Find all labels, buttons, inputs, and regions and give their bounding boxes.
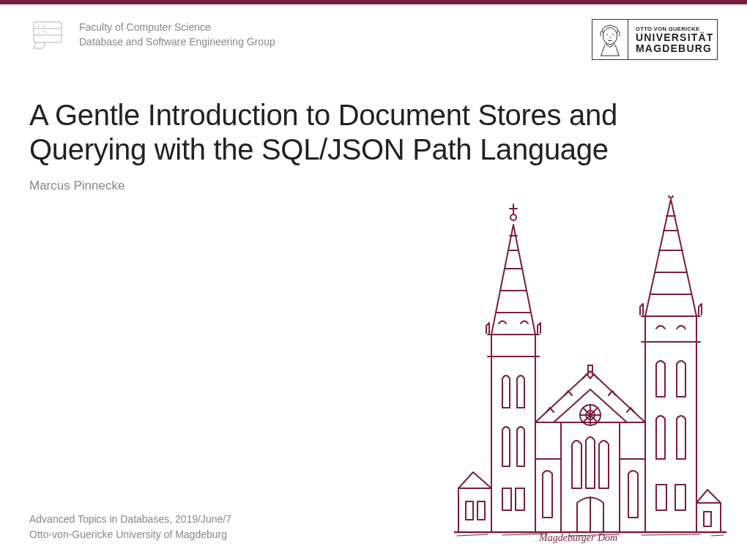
uni-logo-line2: UNIVERSITÄT: [636, 32, 714, 43]
dbse-logo-icon: D B S E: [29, 19, 67, 51]
author-name: Marcus Pinnecke: [29, 179, 718, 193]
svg-point-10: [669, 195, 673, 198]
svg-text:S E: S E: [37, 29, 45, 34]
header: D B S E Faculty of Computer Science Data…: [0, 4, 747, 60]
footer-university: Otto-von-Guericke University of Magdebur…: [29, 527, 231, 542]
group-label: Database and Software Engineering Group: [79, 35, 580, 50]
svg-rect-8: [502, 488, 511, 510]
svg-point-7: [510, 214, 516, 220]
header-text: Faculty of Computer Science Database and…: [79, 19, 580, 49]
svg-point-5: [47, 31, 48, 33]
faculty-label: Faculty of Computer Science: [79, 20, 580, 35]
footer-course-date: Advanced Topics in Databases, 2019/June/…: [29, 512, 231, 527]
uni-logo-line3: MAGDEBURG: [636, 43, 714, 54]
svg-rect-11: [656, 485, 666, 510]
illustration-caption: Magdeburger Dom: [539, 532, 617, 544]
svg-rect-17: [704, 512, 711, 526]
footer: Advanced Topics in Databases, 2019/June/…: [29, 512, 231, 542]
main-content: A Gentle Introduction to Document Stores…: [0, 60, 747, 193]
svg-rect-9: [516, 488, 524, 510]
guericke-portrait-icon: [592, 20, 628, 59]
svg-text:D B: D B: [37, 23, 45, 28]
presentation-title: A Gentle Introduction to Document Stores…: [29, 98, 718, 167]
university-logo: OTTO VON GUERICKE UNIVERSITÄT MAGDEBURG: [592, 19, 718, 60]
cathedral-illustration: Magdeburger Dom: [451, 195, 729, 554]
svg-rect-12: [675, 485, 685, 510]
svg-rect-15: [466, 501, 473, 520]
svg-rect-16: [477, 501, 485, 520]
